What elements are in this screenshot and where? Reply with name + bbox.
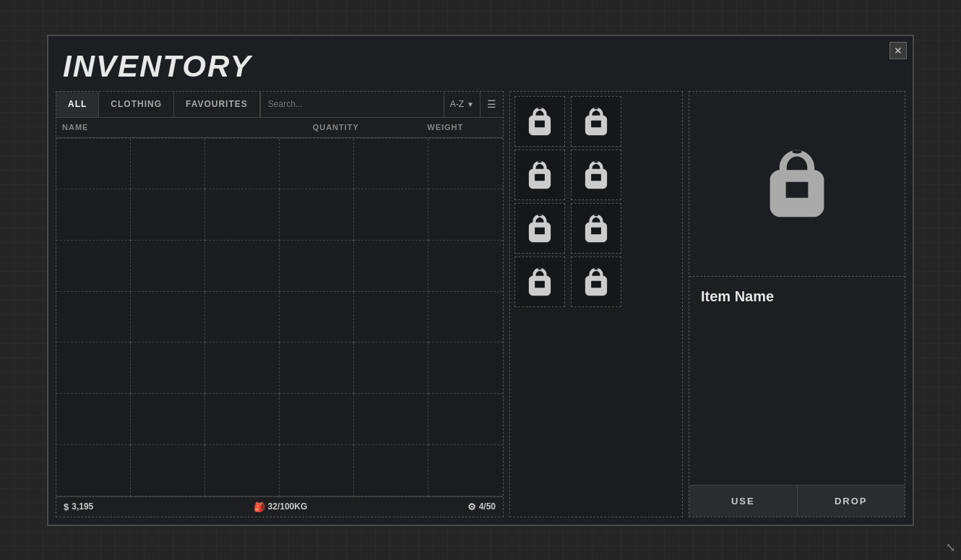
- grid-cell[interactable]: [354, 139, 428, 190]
- filter-bar: ALL CLOTHING FAVOURITES A-Z ▼ ☰: [56, 92, 503, 118]
- equip-slot-1[interactable]: [514, 96, 565, 147]
- equip-slot-6[interactable]: [571, 150, 621, 200]
- equip-slot-3[interactable]: [514, 203, 565, 254]
- grid-cell[interactable]: [280, 189, 354, 241]
- item-preview-icon: [757, 144, 837, 223]
- sort-wrapper[interactable]: A-Z ▼: [444, 92, 480, 117]
- inventory-grid: [56, 138, 503, 496]
- equip-slot-8[interactable]: [571, 257, 621, 307]
- grid-cell[interactable]: [56, 241, 131, 292]
- inventory-footer: $ 3,195 🎒 32/100KG ⚙ 4/50: [56, 496, 503, 517]
- column-headers: NAME QUANTITY WEIGHT: [56, 118, 503, 138]
- grid-cell[interactable]: [428, 241, 503, 292]
- grid-cell[interactable]: [354, 241, 428, 292]
- grid-cell[interactable]: [56, 343, 131, 394]
- inventory-modal: ✕ INVENTORY ALL CLOTHING FAVOURITES A-Z …: [47, 35, 914, 526]
- tab-all[interactable]: ALL: [56, 92, 99, 117]
- grid-cell[interactable]: [428, 189, 503, 241]
- grid-cell[interactable]: [205, 292, 280, 343]
- list-view-icon[interactable]: ☰: [480, 92, 503, 117]
- action-buttons: USE DROP: [689, 485, 905, 517]
- tab-clothing[interactable]: CLOTHING: [99, 92, 174, 117]
- weight-stat: 🎒 32/100KG: [254, 501, 308, 512]
- grid-cell[interactable]: [354, 343, 428, 394]
- equip-slot-2[interactable]: [514, 150, 565, 200]
- modal-body: ALL CLOTHING FAVOURITES A-Z ▼ ☰ NAME QUA…: [48, 91, 913, 525]
- backpack-icon: [524, 159, 556, 191]
- inventory-left-panel: ALL CLOTHING FAVOURITES A-Z ▼ ☰ NAME QUA…: [56, 91, 504, 517]
- grid-cell[interactable]: [131, 241, 205, 292]
- equipment-panel: [509, 91, 683, 517]
- grid-cell[interactable]: [131, 445, 205, 496]
- grid-cell[interactable]: [205, 241, 280, 292]
- grid-cell[interactable]: [131, 139, 205, 190]
- col-name-header: NAME: [59, 123, 281, 132]
- slots-value: 4/50: [479, 501, 496, 512]
- resize-handle[interactable]: ⤡: [946, 540, 955, 554]
- money-value: 3,195: [72, 501, 93, 512]
- item-name-label: Item Name: [701, 288, 893, 305]
- equip-slot-4[interactable]: [514, 257, 565, 307]
- tab-favourites[interactable]: FAVOURITES: [174, 92, 260, 117]
- grid-cell[interactable]: [205, 343, 280, 394]
- backpack-icon: [524, 105, 556, 137]
- grid-cell[interactable]: [56, 292, 131, 343]
- outer-background: ✕ INVENTORY ALL CLOTHING FAVOURITES A-Z …: [0, 0, 961, 560]
- grid-cell[interactable]: [56, 189, 131, 241]
- grid-cell[interactable]: [56, 394, 131, 445]
- grid-cell[interactable]: [205, 394, 280, 445]
- grid-cell[interactable]: [280, 343, 354, 394]
- grid-cell[interactable]: [354, 189, 428, 241]
- grid-cell[interactable]: [205, 445, 280, 496]
- grid-cell[interactable]: [428, 343, 503, 394]
- item-preview-area: [689, 92, 905, 277]
- grid-cell[interactable]: [131, 394, 205, 445]
- slots-stat: ⚙ 4/50: [467, 501, 496, 512]
- grid-cell[interactable]: [56, 139, 131, 190]
- grid-cell[interactable]: [56, 445, 131, 496]
- backpack-icon: [524, 266, 556, 298]
- backpack-icon: [580, 266, 612, 298]
- grid-cell[interactable]: [354, 394, 428, 445]
- grid-cell[interactable]: [131, 292, 205, 343]
- item-info-area: Item Name: [689, 277, 905, 485]
- drop-button[interactable]: DROP: [798, 486, 905, 517]
- money-icon: $: [64, 501, 69, 512]
- search-input[interactable]: [260, 92, 444, 117]
- money-stat: $ 3,195: [64, 501, 93, 512]
- backpack-icon: [580, 105, 612, 137]
- grid-cell[interactable]: [280, 139, 354, 190]
- weight-value: 32/100KG: [268, 501, 308, 512]
- left-equip-column: [514, 96, 565, 512]
- grid-cell[interactable]: [205, 189, 280, 241]
- slots-icon: ⚙: [467, 501, 476, 512]
- grid-cell[interactable]: [131, 189, 205, 241]
- grid-cell[interactable]: [428, 139, 503, 190]
- grid-cell[interactable]: [131, 343, 205, 394]
- backpack-icon: [524, 212, 556, 244]
- backpack-icon: [580, 159, 612, 191]
- grid-cell[interactable]: [280, 241, 354, 292]
- equip-slot-5[interactable]: [571, 96, 621, 147]
- grid-cell[interactable]: [428, 445, 503, 496]
- grid-cell[interactable]: [428, 292, 503, 343]
- grid-cell[interactable]: [280, 394, 354, 445]
- close-button[interactable]: ✕: [889, 42, 907, 59]
- modal-title: INVENTORY: [48, 36, 913, 91]
- grid-cell[interactable]: [354, 445, 428, 496]
- weight-icon: 🎒: [254, 501, 265, 512]
- grid-cell[interactable]: [205, 139, 280, 190]
- sort-arrow-icon: ▼: [467, 100, 474, 108]
- grid-cell[interactable]: [354, 292, 428, 343]
- right-equip-column: [571, 96, 621, 512]
- backpack-icon: [580, 212, 612, 244]
- sort-label: A-Z: [450, 99, 464, 109]
- col-quantity-header: QUANTITY: [281, 123, 391, 132]
- grid-cell[interactable]: [428, 394, 503, 445]
- item-detail-panel: Item Name USE DROP: [689, 91, 905, 517]
- equip-slot-7[interactable]: [571, 203, 621, 254]
- grid-cell[interactable]: [280, 445, 354, 496]
- col-weight-header: WEIGHT: [391, 123, 501, 132]
- use-button[interactable]: USE: [689, 486, 798, 517]
- grid-cell[interactable]: [280, 292, 354, 343]
